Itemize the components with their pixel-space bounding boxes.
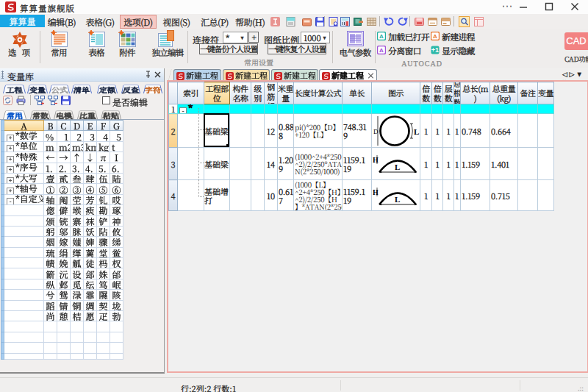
svg-text:H: H [373,188,379,196]
svg-text:L: L [414,127,419,136]
svg-text:A: A [433,33,437,40]
svg-text:H: H [373,156,379,164]
svg-text:D: D [373,128,379,135]
svg-text:A: A [379,47,384,54]
svg-text:+1: +1 [431,46,439,54]
svg-text:L: L [395,195,400,204]
svg-text:L: L [395,163,400,171]
svg-text:A: A [379,33,384,40]
